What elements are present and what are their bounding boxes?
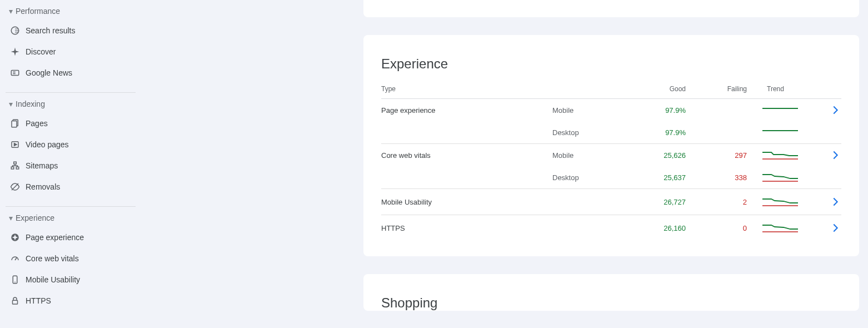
card-title: Shopping — [381, 295, 841, 311]
row-good-value: 26,727 — [625, 198, 686, 206]
col-header-failing: Failing — [686, 85, 747, 93]
sidebar-item-removals[interactable]: Removals — [0, 176, 144, 197]
sidebar-item-label: Sitemaps — [26, 161, 58, 170]
nav-section-label: Performance — [16, 7, 60, 16]
trend-sparkline — [747, 149, 814, 161]
sidebar-item-label: Discover — [26, 47, 56, 56]
row-device-label: Desktop — [552, 128, 625, 137]
row-good-value: 26,160 — [625, 224, 686, 232]
nav-section-header-indexing[interactable]: ▾ Indexing — [0, 95, 144, 113]
sidebar-item-discover[interactable]: Discover — [0, 41, 144, 62]
row-good-value: 97.9% — [625, 106, 686, 115]
nav-divider — [6, 92, 136, 93]
sidebar-item-search-results[interactable]: Search results — [0, 20, 144, 41]
sidebar-item-label: HTTPS — [26, 296, 51, 305]
table-row[interactable]: Page experience Mobile 97.9% — [381, 99, 841, 121]
sidebar-item-https[interactable]: HTTPS — [0, 290, 144, 311]
chevron-down-icon: ▾ — [6, 213, 16, 222]
nav-section-header-performance[interactable]: ▾ Performance — [0, 2, 144, 20]
table-row-group: Page experience Mobile 97.9% Desktop 97.… — [381, 99, 841, 144]
row-failing-value: 0 — [686, 224, 747, 232]
pages-icon — [10, 118, 26, 128]
row-device-label: Desktop — [552, 173, 625, 182]
chevron-down-icon: ▾ — [6, 100, 16, 108]
discover-icon — [10, 47, 26, 57]
row-device-label: Mobile — [552, 106, 625, 115]
table-row[interactable]: HTTPS 26,160 0 — [381, 215, 841, 241]
sidebar-item-page-experience[interactable]: Page experience — [0, 227, 144, 248]
svg-rect-8 — [14, 162, 17, 164]
experience-card: Experience Type Good Failing Trend Page … — [363, 35, 859, 256]
svg-rect-5 — [12, 121, 17, 127]
row-failing-value: 338 — [686, 173, 747, 182]
nav-section-performance: ▾ Performance Search results Discover Go… — [0, 2, 144, 90]
table-row[interactable]: Video page indexing 27 no videos indexed… — [381, 0, 841, 2]
sidebar: ▾ Performance Search results Discover Go… — [0, 0, 144, 328]
col-header-good: Good — [625, 85, 686, 93]
row-good-value: 97.9% — [625, 128, 686, 137]
table-row-group: Mobile Usability 26,727 2 — [381, 189, 841, 215]
row-failing-value: 297 — [686, 151, 747, 160]
row-type-label: Core web vitals — [381, 151, 552, 160]
sidebar-item-google-news[interactable]: Google News — [0, 62, 144, 83]
news-icon — [10, 68, 26, 78]
sidebar-item-video-pages[interactable]: Video pages — [0, 134, 144, 155]
table-row[interactable]: Core web vitals Mobile 25,626 297 — [381, 144, 841, 166]
trend-sparkline — [747, 222, 814, 234]
video-pages-icon — [10, 140, 26, 150]
sidebar-item-label: Search results — [26, 26, 75, 35]
row-type-label: HTTPS — [381, 224, 552, 232]
nav-section-indexing: ▾ Indexing Pages Video pages Sitemaps — [0, 95, 144, 204]
svg-rect-1 — [11, 71, 19, 76]
nav-section-experience: ▾ Experience Page experience Core web vi… — [0, 209, 144, 318]
row-failing-value: 2 — [686, 198, 747, 206]
table-header-row: Type Good Failing Trend — [381, 85, 841, 99]
sitemaps-icon — [10, 161, 26, 171]
table-row[interactable]: Desktop 25,637 338 — [381, 166, 841, 188]
trend-sparkline — [747, 126, 814, 138]
row-type-label: Mobile Usability — [381, 198, 552, 206]
table-row[interactable]: Mobile Usability 26,727 2 — [381, 189, 841, 215]
mobile-icon — [10, 275, 26, 285]
nav-section-header-experience[interactable]: ▾ Experience — [0, 209, 144, 227]
col-header-type: Type — [381, 85, 552, 93]
nav-section-label: Experience — [16, 213, 54, 222]
table-row[interactable]: Desktop 97.9% — [381, 121, 841, 143]
sidebar-item-label: Mobile Usability — [26, 275, 80, 284]
chevron-down-icon: ▾ — [6, 7, 16, 16]
open-report-arrow[interactable] — [814, 222, 841, 234]
sidebar-item-core-web-vitals[interactable]: Core web vitals — [0, 248, 144, 269]
svg-line-14 — [15, 258, 17, 261]
removals-icon — [10, 182, 26, 192]
sidebar-item-sitemaps[interactable]: Sitemaps — [0, 155, 144, 176]
card-title: Experience — [381, 56, 841, 72]
sidebar-item-pages[interactable]: Pages — [0, 113, 144, 134]
svg-rect-10 — [16, 167, 19, 169]
table-row-group: HTTPS 26,160 0 — [381, 215, 841, 241]
open-report-arrow[interactable] — [814, 196, 841, 208]
indexing-card-partial: Video page indexing 27 no videos indexed… — [363, 0, 859, 17]
table-row-group: Core web vitals Mobile 25,626 297 Deskto… — [381, 144, 841, 189]
google-g-icon — [10, 26, 26, 36]
shopping-card: Shopping — [363, 274, 859, 311]
trend-sparkline — [747, 104, 814, 116]
row-good-value: 25,626 — [625, 151, 686, 160]
row-type-label: Page experience — [381, 106, 552, 115]
sidebar-item-label: Pages — [26, 119, 48, 128]
svg-rect-9 — [11, 167, 14, 169]
svg-marker-7 — [14, 143, 17, 146]
trend-sparkline — [747, 196, 814, 208]
open-report-arrow[interactable] — [814, 104, 841, 116]
open-report-arrow[interactable] — [814, 149, 841, 161]
svg-rect-17 — [13, 300, 18, 304]
sidebar-item-label: Google News — [26, 68, 72, 77]
page-experience-icon — [10, 232, 26, 242]
sidebar-item-mobile-usability[interactable]: Mobile Usability — [0, 269, 144, 290]
sidebar-item-label: Removals — [26, 182, 60, 191]
sidebar-item-label: Core web vitals — [26, 254, 79, 263]
trend-sparkline — [747, 171, 814, 183]
core-web-vitals-icon — [10, 254, 26, 264]
main-content: Video page indexing 27 no videos indexed… — [144, 0, 868, 328]
sidebar-item-label: Video pages — [26, 140, 69, 149]
nav-section-label: Indexing — [16, 100, 45, 108]
